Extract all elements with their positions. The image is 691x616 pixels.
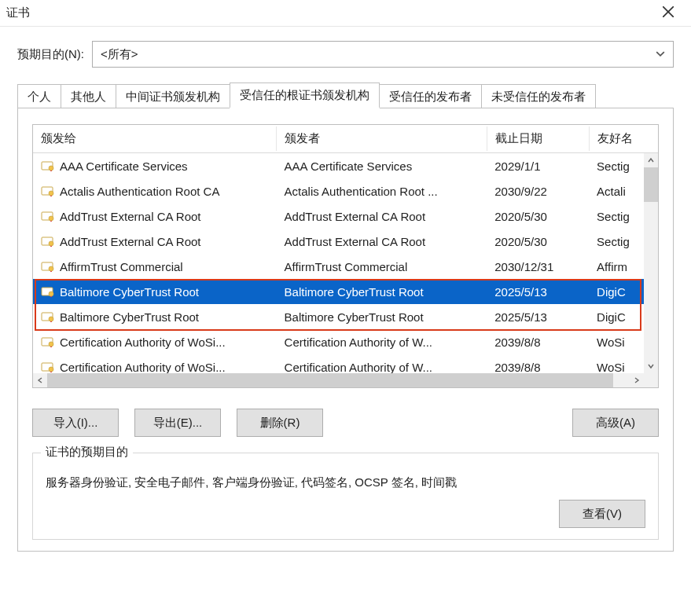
- purposes-text: 服务器身份验证, 安全电子邮件, 客户端身份验证, 代码签名, OCSP 签名,…: [46, 475, 645, 490]
- cell-issuer: Certification Authority of W...: [285, 336, 432, 349]
- cell-issued-to: AffirmTrust Commercial: [60, 260, 183, 273]
- table-row[interactable]: Actalis Authentication Root CAActalis Au…: [33, 178, 644, 204]
- cell-issued-to: Certification Authority of WoSi...: [60, 336, 226, 349]
- cell-issued-to: AddTrust External CA Root: [60, 210, 201, 223]
- cell-friendly: WoSi: [597, 336, 625, 349]
- scroll-up-arrow-icon[interactable]: [644, 153, 658, 167]
- cell-expiry: 2039/8/8: [494, 361, 540, 374]
- close-icon: [663, 6, 674, 20]
- cell-issued-to: AAA Certificate Services: [60, 160, 188, 173]
- svg-point-5: [49, 191, 53, 196]
- intended-purpose-row: 预期目的(N): <所有>: [17, 41, 674, 68]
- cell-friendly: DigiC: [597, 310, 626, 324]
- svg-point-9: [49, 241, 53, 246]
- cell-friendly: Affirm: [597, 260, 627, 273]
- cell-issuer: Actalis Authentication Root ...: [285, 185, 438, 198]
- col-issuer[interactable]: 颁发者: [277, 126, 487, 151]
- horizontal-scroll-thumb[interactable]: [47, 373, 613, 387]
- scroll-right-arrow-icon[interactable]: [630, 373, 644, 387]
- certificate-icon: [41, 311, 55, 322]
- scroll-corner: [644, 373, 658, 387]
- certificate-list[interactable]: 颁发给 颁发者 截止日期 友好名 AAA Certificate Service…: [32, 124, 659, 388]
- table-row[interactable]: Baltimore CyberTrust RootBaltimore Cyber…: [33, 304, 644, 329]
- horizontal-scrollbar[interactable]: [33, 373, 644, 387]
- cell-issuer: AAA Certificate Services: [285, 160, 413, 173]
- export-button[interactable]: 导出(E)...: [134, 409, 221, 437]
- tab-intermediate-ca[interactable]: 中间证书颁发机构: [116, 84, 230, 108]
- horizontal-scroll-track[interactable]: [613, 373, 630, 387]
- chevron-down-icon: [656, 48, 665, 61]
- vertical-scrollbar[interactable]: [644, 153, 658, 373]
- svg-point-7: [49, 216, 53, 221]
- cell-issued-to: Actalis Authentication Root CA: [60, 185, 219, 198]
- delete-button[interactable]: 删除(R): [237, 409, 323, 437]
- title-bar: 证书: [0, 0, 691, 27]
- tab-other-people[interactable]: 其他人: [61, 84, 116, 108]
- cell-issuer: AddTrust External CA Root: [285, 210, 426, 223]
- scroll-down-arrow-icon[interactable]: [644, 359, 658, 373]
- cell-expiry: 2020/5/30: [494, 235, 547, 248]
- col-expiry[interactable]: 截止日期: [487, 126, 590, 151]
- close-button[interactable]: [650, 0, 686, 26]
- tab-untrusted-publishers[interactable]: 未受信任的发布者: [481, 84, 596, 108]
- certificate-icon: [41, 160, 55, 171]
- cell-issued-to: Baltimore CyberTrust Root: [60, 310, 199, 324]
- certificate-icon: [41, 286, 55, 297]
- table-row[interactable]: AffirmTrust CommercialAffirmTrust Commer…: [33, 254, 644, 279]
- cell-issuer: AffirmTrust Commercial: [285, 260, 408, 273]
- cell-expiry: 2025/5/13: [494, 285, 547, 299]
- cell-friendly: DigiC: [597, 285, 626, 299]
- view-button[interactable]: 查看(V): [559, 500, 645, 528]
- table-row[interactable]: Certification Authority of WoSi...Certif…: [33, 329, 644, 354]
- dropdown-selected: <所有>: [101, 47, 665, 62]
- cell-issued-to: Baltimore CyberTrust Root: [60, 285, 199, 299]
- certificate-icon: [41, 236, 55, 247]
- cell-issued-to: Certification Authority of WoSi...: [60, 361, 226, 374]
- cell-expiry: 2025/5/13: [494, 310, 547, 324]
- advanced-button[interactable]: 高级(A): [572, 409, 659, 437]
- certificate-icon: [41, 336, 55, 347]
- cell-expiry: 2030/9/22: [494, 185, 547, 198]
- table-row[interactable]: AAA Certificate ServicesAAA Certificate …: [33, 153, 644, 178]
- cell-expiry: 2020/5/30: [494, 210, 547, 223]
- tab-panel: 颁发给 颁发者 截止日期 友好名 AAA Certificate Service…: [17, 108, 674, 552]
- tab-trusted-root-ca[interactable]: 受信任的根证书颁发机构: [230, 82, 380, 108]
- cell-issuer: Baltimore CyberTrust Root: [285, 285, 424, 299]
- svg-point-19: [49, 367, 53, 372]
- certificate-icon: [41, 211, 55, 222]
- certificate-icon: [41, 261, 55, 272]
- vertical-scroll-track[interactable]: [644, 202, 658, 359]
- col-issued-to[interactable]: 颁发给: [33, 126, 277, 151]
- list-body: AAA Certificate ServicesAAA Certificate …: [33, 153, 644, 373]
- table-row[interactable]: AddTrust External CA RootAddTrust Extern…: [33, 229, 644, 254]
- cell-friendly: Sectig: [597, 210, 630, 223]
- import-button[interactable]: 导入(I)...: [32, 409, 119, 437]
- intended-purpose-label: 预期目的(N):: [17, 47, 84, 62]
- tab-personal[interactable]: 个人: [17, 84, 61, 108]
- button-row: 导入(I)... 导出(E)... 删除(R) 高级(A): [32, 409, 659, 437]
- cell-issuer: AddTrust External CA Root: [285, 235, 426, 248]
- col-friendly-name[interactable]: 友好名: [590, 126, 645, 151]
- cell-friendly: WoSi: [597, 361, 625, 374]
- certificate-icon: [41, 185, 55, 196]
- intended-purpose-dropdown[interactable]: <所有>: [92, 41, 674, 68]
- cell-friendly: Sectig: [597, 235, 630, 248]
- svg-point-17: [49, 342, 53, 346]
- svg-point-13: [49, 292, 53, 296]
- table-row[interactable]: Baltimore CyberTrust RootBaltimore Cyber…: [33, 279, 644, 304]
- window-title: 证书: [5, 6, 650, 20]
- cell-issuer: Baltimore CyberTrust Root: [285, 310, 424, 324]
- svg-point-3: [49, 166, 53, 170]
- svg-point-11: [49, 266, 53, 271]
- scroll-left-arrow-icon[interactable]: [33, 373, 47, 387]
- group-legend: 证书的预期目的: [41, 445, 133, 460]
- vertical-scroll-thumb[interactable]: [644, 167, 658, 202]
- certificate-purposes-group: 证书的预期目的 服务器身份验证, 安全电子邮件, 客户端身份验证, 代码签名, …: [32, 453, 659, 540]
- tab-strip: 个人 其他人 中间证书颁发机构 受信任的根证书颁发机构 受信任的发布者 未受信任…: [17, 82, 674, 108]
- table-row[interactable]: Certification Authority of WoSi...Certif…: [33, 354, 644, 373]
- svg-point-15: [49, 317, 53, 321]
- tab-trusted-publishers[interactable]: 受信任的发布者: [379, 84, 482, 108]
- table-row[interactable]: AddTrust External CA RootAddTrust Extern…: [33, 204, 644, 229]
- cell-expiry: 2039/8/8: [494, 336, 540, 349]
- cell-friendly: Actali: [597, 185, 626, 198]
